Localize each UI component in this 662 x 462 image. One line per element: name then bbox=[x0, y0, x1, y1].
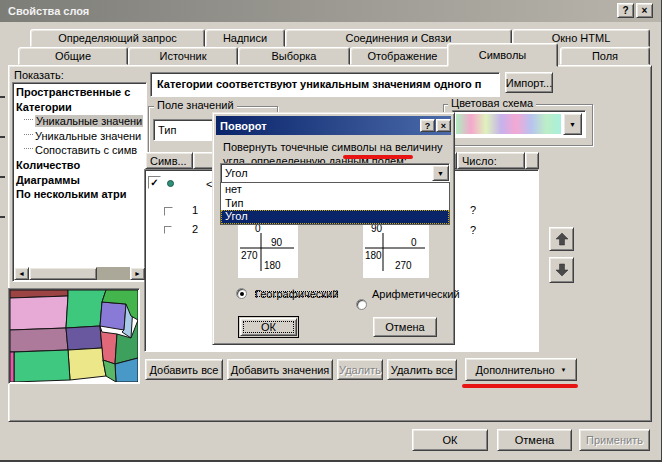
geo-south-label: 180 bbox=[264, 260, 281, 271]
color-scheme-label: Цветовая схема bbox=[448, 97, 536, 109]
geo-west-label: 270 bbox=[241, 250, 258, 261]
combo-dropdown-icon[interactable]: ▼ bbox=[432, 165, 449, 181]
option-type[interactable]: Тип bbox=[221, 197, 449, 211]
window-close-button[interactable]: × bbox=[636, 3, 653, 18]
arith-right-label: 0 bbox=[411, 237, 417, 248]
state-shape bbox=[66, 326, 102, 350]
geographic-compass-diagram: 0 90 270 180 bbox=[238, 220, 298, 278]
tree-item-charts[interactable]: Диаграммы bbox=[16, 173, 146, 188]
move-up-button[interactable] bbox=[549, 227, 574, 251]
scrollbar-thumb[interactable] bbox=[29, 267, 97, 280]
rotation-dialog-title: Поворот bbox=[220, 120, 267, 132]
row2-count: ? bbox=[470, 204, 476, 216]
tree-hscrollbar[interactable]: ◄ ► bbox=[14, 267, 145, 280]
dialog-help-button[interactable]: ? bbox=[420, 119, 435, 132]
geographic-radio[interactable] bbox=[236, 288, 247, 299]
arithmetic-radio-label[interactable]: Арифметический bbox=[372, 288, 460, 300]
arithmetic-radio[interactable] bbox=[356, 299, 367, 310]
advanced-button[interactable]: Дополнительно ▼ bbox=[465, 358, 577, 381]
rotation-field-value: Угол bbox=[225, 167, 248, 179]
window-titlebar: Свойства слоя ? × bbox=[0, 0, 662, 22]
row2-checkbox[interactable] bbox=[164, 207, 173, 216]
row3-count: ? bbox=[470, 224, 476, 236]
point-symbol-dot-icon bbox=[167, 180, 174, 187]
tab-source[interactable]: Источник bbox=[128, 47, 238, 65]
cancel-button[interactable]: Отмена bbox=[497, 429, 572, 451]
remove-all-button[interactable]: Удалить все bbox=[387, 359, 457, 380]
tree-item-unique-values[interactable]: Уникальные значени bbox=[16, 114, 146, 129]
tree-item-match-symbols[interactable]: Сопоставить с симв bbox=[16, 143, 146, 158]
layer-properties-window: Свойства слоя ? × Определяющий запрос На… bbox=[0, 0, 662, 462]
state-shape bbox=[10, 352, 14, 382]
map-preview-image bbox=[10, 290, 138, 382]
background-artifact bbox=[0, 96, 5, 98]
show-label: Показать: bbox=[14, 69, 64, 81]
background-artifact bbox=[0, 216, 5, 218]
background-artifact bbox=[0, 136, 5, 138]
state-shape bbox=[68, 348, 106, 380]
add-values-button[interactable]: Добавить значения bbox=[227, 359, 333, 380]
renderer-tree: Пространственные с Категории Уникальные … bbox=[12, 82, 147, 282]
state-shape bbox=[10, 328, 68, 352]
rotation-dialog: Поворот ? × Повернуть точечные символы н… bbox=[212, 112, 455, 345]
state-shape bbox=[100, 302, 126, 330]
window-title: Свойства слоя bbox=[8, 5, 89, 17]
arithmetic-compass-diagram: 90 0 180 270 bbox=[363, 220, 429, 278]
rotation-dialog-titlebar: Поворот ? × bbox=[216, 116, 451, 135]
rotation-field-combobox[interactable]: Угол ▼ bbox=[220, 163, 450, 183]
value-field-label: Поле значений bbox=[154, 99, 237, 111]
color-ramp-combobox[interactable]: ▼ bbox=[452, 110, 586, 138]
column-header-extra[interactable] bbox=[525, 152, 539, 169]
tab-labels[interactable]: Надписи bbox=[205, 29, 285, 47]
row3-checkbox[interactable] bbox=[164, 226, 172, 234]
tree-item-features[interactable]: Пространственные с bbox=[16, 85, 146, 100]
column-header-count[interactable]: Число: bbox=[457, 152, 525, 169]
tab-display[interactable]: Отображение bbox=[350, 47, 455, 65]
add-all-button[interactable]: Добавить все bbox=[145, 359, 223, 380]
option-angle[interactable]: Угол bbox=[221, 210, 449, 224]
geo-east-label: 90 bbox=[271, 237, 283, 248]
import-button[interactable]: Импорт... bbox=[505, 72, 553, 93]
row1-checkbox[interactable]: ✓ bbox=[148, 176, 161, 189]
row3-value: 2 bbox=[192, 223, 198, 235]
map-preview bbox=[8, 288, 140, 384]
rotation-field-dropdown-list: нет Тип Угол bbox=[220, 182, 450, 225]
remove-button: Удалить bbox=[337, 359, 383, 380]
row2-value: 1 bbox=[192, 204, 198, 216]
tab-selection[interactable]: Выборка bbox=[238, 47, 350, 65]
dialog-close-button[interactable]: × bbox=[436, 119, 451, 132]
background-artifact bbox=[0, 176, 5, 178]
scroll-left-arrow-icon[interactable]: ◄ bbox=[14, 267, 29, 280]
option-none[interactable]: нет bbox=[221, 183, 449, 197]
tree-item-categories[interactable]: Категории bbox=[16, 100, 146, 115]
scroll-right-arrow-icon[interactable]: ► bbox=[130, 267, 145, 280]
tab-fields[interactable]: Поля bbox=[560, 47, 650, 65]
column-header-symbol[interactable]: Симв... bbox=[145, 152, 193, 169]
state-shape bbox=[14, 350, 70, 382]
color-ramp-dropdown-icon[interactable]: ▼ bbox=[563, 113, 582, 135]
down-arrow-icon bbox=[554, 262, 570, 278]
annotation-underline-field bbox=[343, 155, 413, 159]
arith-bottom-label: 270 bbox=[395, 260, 412, 271]
renderer-description: Категории соответствуют уникальным значе… bbox=[150, 72, 500, 97]
tab-defining-query[interactable]: Определяющий запрос bbox=[30, 29, 205, 47]
up-arrow-icon bbox=[554, 231, 570, 247]
geographic-radio-label[interactable]: Географический bbox=[252, 288, 341, 300]
dialog-cancel-button[interactable]: Отмена bbox=[373, 317, 437, 337]
tree-item-quantities[interactable]: Количество bbox=[16, 158, 146, 173]
state-shape bbox=[10, 296, 68, 330]
annotation-underline-advanced bbox=[462, 384, 578, 388]
tab-general[interactable]: Общие bbox=[18, 47, 128, 65]
move-down-button[interactable] bbox=[549, 257, 574, 283]
dialog-ok-button[interactable]: ОК bbox=[238, 316, 299, 338]
arith-left-label: 180 bbox=[365, 250, 382, 261]
window-help-button[interactable]: ? bbox=[617, 3, 634, 18]
tree-item-unique-values-many[interactable]: Уникальные значени bbox=[16, 129, 146, 144]
color-ramp bbox=[456, 114, 561, 134]
ok-button[interactable]: ОК bbox=[412, 429, 488, 451]
tab-symbology[interactable]: Символы bbox=[447, 43, 558, 67]
state-shape bbox=[103, 360, 116, 382]
apply-button: Применить bbox=[579, 429, 650, 451]
advanced-dropdown-icon: ▼ bbox=[561, 367, 567, 373]
tree-item-multiple-attributes[interactable]: По нескольким атри bbox=[16, 187, 146, 202]
